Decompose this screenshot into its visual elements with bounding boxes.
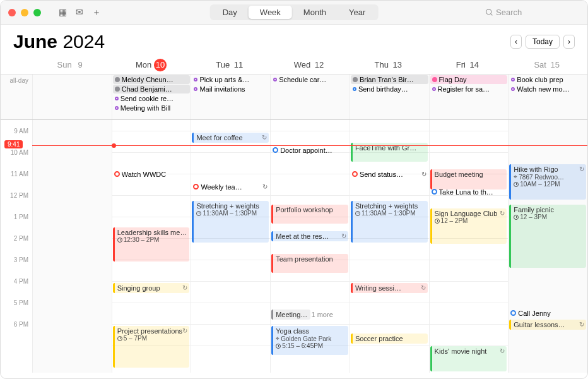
- allday-event[interactable]: Meeting with Bill: [113, 104, 191, 112]
- more-events[interactable]: 1 more: [310, 310, 348, 319]
- day-header[interactable]: Tue 11: [191, 56, 270, 74]
- today-button[interactable]: Today: [526, 35, 560, 49]
- allday-event[interactable]: Flag Day: [430, 75, 508, 84]
- event[interactable]: Yoga class⌖Golden Gate Park5:15 – 6:45PM: [271, 326, 348, 355]
- allday-event[interactable]: Mail invitations: [192, 85, 269, 93]
- day-header[interactable]: Fri 14: [429, 56, 509, 74]
- event[interactable]: Guitar lessons…↻: [509, 320, 586, 330]
- now-indicator: 9:41: [4, 140, 23, 148]
- event[interactable]: Hike with Rigo⌖7867 Redwoo…10AM – 12PM↻: [509, 164, 586, 200]
- event[interactable]: Sign Language Club12 – 2PM↻: [430, 208, 507, 244]
- event[interactable]: Soccer practice: [351, 334, 428, 344]
- minimize-icon[interactable]: [21, 9, 28, 16]
- day-header[interactable]: Wed 12: [270, 56, 350, 74]
- allday-event[interactable]: Book club prep: [509, 75, 587, 84]
- now-line: [32, 145, 587, 146]
- hour-label: 12 PM: [10, 192, 28, 199]
- view-week[interactable]: Week: [249, 6, 292, 19]
- event[interactable]: Doctor appoint…: [271, 145, 348, 155]
- search-input[interactable]: Search: [485, 8, 580, 17]
- event[interactable]: Family picnic12 – 3PM: [509, 205, 586, 268]
- clock-icon: [435, 219, 440, 224]
- event[interactable]: Call Jenny: [509, 308, 586, 318]
- event[interactable]: Send status…↻: [351, 169, 428, 179]
- hour-label: 11 AM: [11, 171, 28, 177]
- repeat-icon: ↻: [500, 347, 505, 354]
- day-header[interactable]: Sun 9: [32, 56, 112, 74]
- allday-event[interactable]: Send birthday…: [351, 85, 428, 93]
- repeat-icon: ↻: [341, 232, 346, 239]
- view-month[interactable]: Month: [292, 6, 338, 19]
- event[interactable]: Watch WWDC: [113, 169, 190, 179]
- allday-event[interactable]: Brian Tran's Bir…: [351, 75, 428, 84]
- allday-col[interactable]: Flag DayRegister for sa…: [429, 75, 509, 119]
- location-icon: ⌖: [276, 335, 279, 342]
- header: June 2024 ‹ Today ›: [1, 25, 587, 56]
- allday-col[interactable]: Schedule car…: [270, 75, 350, 119]
- allday-col[interactable]: Pick up arts &…Mail invitations: [191, 75, 270, 119]
- allday-col[interactable]: Brian Tran's Bir…Send birthday…: [350, 75, 429, 119]
- day-header[interactable]: Mon 10: [112, 56, 191, 74]
- day-columns: Watch WWDCLeadership skills meeting12:30…: [32, 120, 587, 373]
- event[interactable]: Kids' movie night↻: [430, 346, 507, 371]
- close-icon[interactable]: [8, 9, 16, 16]
- hour-label: 6 PM: [14, 321, 28, 328]
- event[interactable]: Team presentation: [271, 254, 348, 273]
- repeat-icon: ↻: [421, 284, 426, 291]
- prev-button[interactable]: ‹: [510, 35, 522, 49]
- day-column[interactable]: Watch WWDCLeadership skills meeting12:30…: [112, 120, 191, 373]
- add-icon[interactable]: ＋: [92, 7, 101, 18]
- day-column[interactable]: FaceTime with Gr…Send status…↻Stretching…: [350, 120, 429, 373]
- event[interactable]: Meet at the res…↻: [271, 231, 348, 241]
- hour-label: 10 AM: [11, 149, 28, 156]
- event[interactable]: Portfolio workshop: [271, 205, 348, 224]
- zoom-icon[interactable]: [33, 9, 41, 16]
- allday-col[interactable]: [32, 75, 112, 119]
- view-year[interactable]: Year: [338, 6, 377, 19]
- clock-icon: [355, 211, 360, 216]
- next-button[interactable]: ›: [563, 35, 575, 49]
- repeat-icon: ↻: [500, 210, 505, 217]
- allday-event[interactable]: Schedule car…: [271, 75, 349, 84]
- day-headers: Sun 9Mon 10Tue 11Wed 12Thu 13Fri 14Sat 1…: [1, 56, 587, 75]
- allday-event[interactable]: Chad Benjami…: [113, 85, 191, 93]
- month-title: June 2024: [13, 31, 105, 52]
- day-column[interactable]: Meet for coffee↻Weekly tea…↻Stretching +…: [191, 120, 270, 373]
- clock-icon: [276, 344, 281, 349]
- repeat-icon: ↻: [262, 134, 267, 141]
- allday-event[interactable]: Send cookie re…: [113, 94, 191, 103]
- day-column[interactable]: Doctor appoint…Portfolio workshopMeet at…: [270, 120, 350, 373]
- repeat-icon: ↻: [182, 327, 187, 334]
- view-day[interactable]: Day: [211, 6, 249, 19]
- allday-event[interactable]: Melody Cheun…: [113, 75, 191, 84]
- svg-point-0: [486, 9, 491, 15]
- event[interactable]: Take Luna to th…: [430, 187, 507, 196]
- event[interactable]: Project presentations5 – 7PM↻: [113, 326, 190, 368]
- clock-icon: [514, 182, 519, 187]
- allday-col[interactable]: Book club prepWatch new mo…: [508, 75, 587, 119]
- event[interactable]: Weekly tea…↻: [192, 182, 269, 191]
- allday-event[interactable]: Watch new mo…: [509, 85, 587, 93]
- hour-label: 9 AM: [14, 128, 28, 135]
- day-header[interactable]: Thu 13: [350, 56, 429, 74]
- event[interactable]: Stretching + weights11:30AM – 1:30PM: [351, 201, 428, 243]
- repeat-icon: ↻: [579, 321, 584, 328]
- day-column[interactable]: Hike with Rigo⌖7867 Redwoo…10AM – 12PM↻F…: [508, 120, 587, 373]
- event[interactable]: Writing sessi…↻: [351, 283, 428, 293]
- event[interactable]: Meeting…: [271, 310, 310, 320]
- event[interactable]: Meet for coffee↻: [192, 133, 269, 143]
- event[interactable]: Leadership skills meeting12:30 – 2PM: [113, 227, 190, 262]
- event[interactable]: Stretching + weights11:30AM – 1:30PM: [192, 201, 269, 243]
- day-header[interactable]: Sat 15: [508, 56, 587, 74]
- allday-event[interactable]: Pick up arts &…: [192, 75, 269, 84]
- event[interactable]: Singing group↻: [113, 283, 190, 293]
- location-icon: ⌖: [514, 173, 517, 181]
- inbox-icon[interactable]: ✉: [76, 7, 83, 18]
- allday-col[interactable]: Melody Cheun…Chad Benjami…Send cookie re…: [112, 75, 191, 119]
- hour-label: 2 PM: [14, 235, 28, 242]
- calendars-icon[interactable]: ▦: [59, 7, 67, 18]
- repeat-icon: ↻: [579, 165, 584, 172]
- allday-event[interactable]: Register for sa…: [430, 85, 508, 93]
- day-column[interactable]: [32, 120, 112, 373]
- day-column[interactable]: Budget meetingTake Luna to th…Sign Langu…: [429, 120, 509, 373]
